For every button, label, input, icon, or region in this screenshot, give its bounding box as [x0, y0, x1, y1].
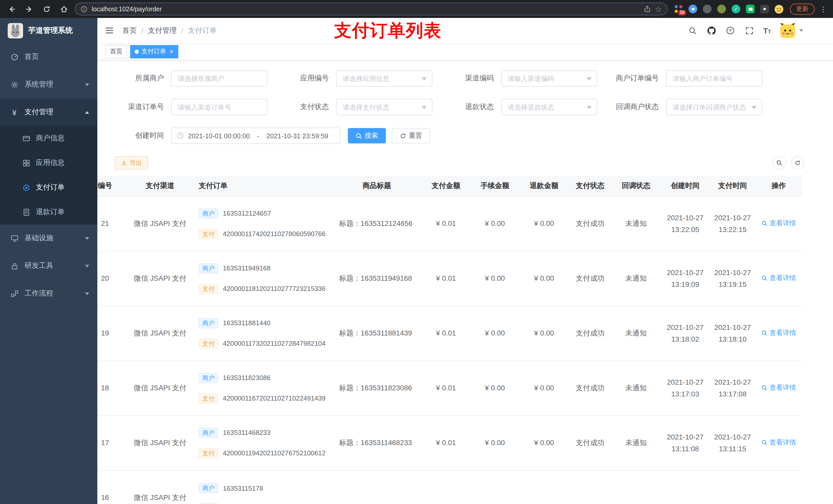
header-search-icon[interactable] [687, 26, 697, 34]
dashboard-icon [10, 53, 19, 61]
url-text: localhost:1024/pay/order [92, 5, 639, 13]
tab-label: 首页 [110, 47, 122, 56]
sidebar-item-app-info[interactable]: 应用信息 [0, 150, 97, 175]
reset-button[interactable]: 重置 [392, 128, 430, 143]
search-button[interactable]: 搜索 [348, 128, 386, 143]
callback-status-select[interactable] [666, 99, 762, 115]
github-icon[interactable] [706, 26, 716, 35]
product-title: 标题：1635311468233 [332, 415, 422, 470]
notify-status: 未通知 [612, 415, 660, 470]
merchant-order-no-input[interactable] [666, 70, 762, 87]
merchant-order-no: 1635312124657 [223, 208, 271, 219]
browser-menu-icon[interactable]: ⋮ [819, 5, 828, 13]
pay-status-select[interactable] [336, 99, 432, 115]
export-button[interactable]: 导出 [115, 156, 148, 170]
fee-amount [470, 470, 520, 504]
help-icon[interactable]: ? [725, 26, 735, 35]
table-row: 21 微信 JSAPI 支付 商户1635312124657 支付4200001… [97, 196, 802, 251]
workflow-icon [10, 290, 19, 297]
merchant-input[interactable] [171, 70, 267, 87]
breadcrumb-section[interactable]: 支付管理 [148, 26, 177, 35]
view-detail-link[interactable]: 查看详情 [761, 382, 796, 393]
col-header: 编号 [97, 176, 130, 196]
channel-order-no-input[interactable] [171, 99, 267, 115]
toggle-search-button[interactable] [772, 156, 786, 170]
view-detail-link[interactable]: 查看详情 [761, 217, 796, 229]
extension-pin-icon[interactable] [760, 4, 769, 14]
tab-close-icon[interactable]: × [170, 48, 173, 55]
view-detail-link[interactable]: 查看详情 [761, 272, 796, 284]
sidebar: 芋道管理系统 首页 系统管理 ¥ 支付管理 [0, 18, 97, 504]
product-title: 标题：1635311881439 [332, 306, 422, 361]
tags-view: 首页 支付订单 × [97, 43, 833, 61]
sidebar-item-refund-order[interactable]: 退款订单 [0, 200, 97, 224]
browser-home-icon[interactable] [57, 2, 71, 16]
browser-forward-icon[interactable] [23, 2, 36, 16]
sidebar-item-label: 支付订单 [36, 183, 65, 192]
gear-icon [10, 81, 19, 88]
font-size-icon[interactable]: TT [763, 27, 771, 34]
merchant-tag: 商户 [199, 263, 218, 273]
page-content: 所属商户 应用编号 渠道编码 商户订单编号 [97, 61, 833, 504]
sidebar-item-payment[interactable]: ¥ 支付管理 [0, 98, 97, 126]
merchant-order-no: 1635311949168 [223, 262, 270, 274]
app-select[interactable] [336, 70, 432, 87]
create-time: 2021-10-27 13:22:05 [660, 196, 710, 251]
browser-back-icon[interactable] [5, 2, 19, 16]
chevron-down-icon [752, 106, 757, 109]
caret-down-icon [799, 29, 803, 32]
pay-channel: 微信 JSAPI 支付 [130, 470, 190, 504]
site-info-icon[interactable] [80, 5, 88, 13]
channel-code-select[interactable] [501, 70, 597, 87]
breadcrumb-home[interactable]: 首页 [122, 26, 137, 35]
address-bar[interactable]: localhost:1024/pay/order ☆ [75, 3, 668, 15]
refresh-table-button[interactable] [791, 156, 804, 170]
notify-status: 未通知 [612, 306, 660, 361]
sidebar-item-home[interactable]: 首页 [0, 43, 97, 71]
filter-row-1: 所属商户 应用编号 渠道编码 商户订单编号 [97, 70, 833, 87]
tab-home[interactable]: 首页 [105, 45, 127, 58]
sidebar-item-merchant-info[interactable]: 商户信息 [0, 126, 97, 150]
notify-status [612, 470, 660, 504]
chevron-up-icon [85, 111, 89, 114]
share-icon[interactable] [643, 5, 651, 13]
pay-tag: 支付 [199, 338, 218, 349]
sidebar-item-devtools[interactable]: 研发工具 [0, 252, 97, 280]
pay-amount: ¥ 0.01 [422, 306, 470, 361]
sidebar-item-infra[interactable]: 基础设施 [0, 224, 97, 252]
merchant-tag: 商户 [199, 483, 218, 493]
target-circle-icon [23, 184, 30, 191]
extension-blue-icon[interactable] [688, 4, 698, 14]
notify-status: 未通知 [612, 196, 660, 251]
sidebar-item-workflow[interactable]: 工作流程 [0, 280, 97, 307]
bookmark-star-icon[interactable]: ☆ [655, 5, 662, 13]
refund-status-select[interactable] [501, 99, 597, 115]
chevron-down-icon [422, 77, 427, 80]
browser-reload-icon[interactable] [40, 2, 53, 16]
sidebar-item-pay-order[interactable]: 支付订单 [0, 175, 97, 200]
view-detail-link[interactable]: 查看详情 [761, 437, 796, 449]
filter-label: 退款状态 [437, 102, 494, 112]
profile-avatar[interactable] [774, 4, 784, 14]
user-avatar[interactable] [780, 23, 795, 39]
user-menu[interactable] [780, 23, 803, 39]
extension-olive-icon[interactable] [717, 4, 727, 14]
view-detail-link[interactable]: 查看详情 [761, 327, 796, 339]
hamburger-icon[interactable] [97, 18, 121, 43]
extension-chat-icon[interactable] [745, 4, 755, 14]
extension-green-check-icon[interactable]: ✓ [731, 4, 741, 14]
browser-update-button[interactable]: 更新 [790, 3, 814, 15]
filter-label: 渠道编码 [437, 74, 494, 83]
date-start: 2021-10-01 00:00:00 [188, 132, 250, 140]
extension-colordots-icon[interactable]: 10 [674, 4, 684, 14]
fullscreen-icon[interactable] [744, 26, 754, 34]
sidebar-item-system[interactable]: 系统管理 [0, 71, 97, 98]
bank-card-icon [23, 135, 30, 142]
tab-pay-order[interactable]: 支付订单 × [130, 45, 178, 58]
logo-avatar [8, 23, 23, 38]
create-time-range-picker[interactable]: 2021-10-01 00:00:00 - 2021-10-31 23:59:5… [171, 127, 340, 144]
notify-status: 未通知 [612, 251, 660, 306]
extension-dark-icon[interactable] [703, 4, 712, 14]
pay-amount: ¥ 0.01 [422, 251, 470, 306]
refund-amount: ¥ 0.00 [520, 251, 569, 306]
